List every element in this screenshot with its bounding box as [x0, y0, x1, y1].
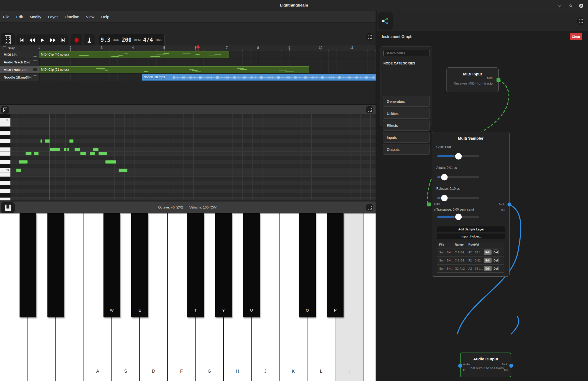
roll-key-D#4[interactable] — [0, 156, 10, 160]
roll-key-A#3[interactable] — [0, 177, 10, 181]
sample-edit-button[interactable]: Edit — [484, 266, 492, 271]
roll-key-A4[interactable] — [0, 131, 10, 135]
track-name-cell[interactable]: Audio Track 2 [A]- — [0, 58, 39, 66]
rewind-button[interactable] — [27, 34, 37, 46]
param-slider[interactable] — [437, 155, 479, 157]
track-name-cell[interactable]: Noodle 18.mp3 [A]- — [0, 74, 39, 81]
track-mute-button[interactable]: - — [33, 68, 37, 72]
audio-in-port[interactable] — [458, 364, 462, 368]
media-library-button[interactable] — [1, 33, 15, 46]
roll-key-C5[interactable]: C5 — [0, 118, 10, 122]
roll-key-C#4[interactable] — [0, 164, 10, 168]
roll-key-B4[interactable] — [0, 122, 10, 127]
roll-key-D4[interactable] — [0, 160, 10, 164]
roll-key-G4[interactable] — [0, 139, 10, 143]
node-multi-sampler[interactable]: Multi Sampler Gain: 1.00Attack: 0.01 ssR… — [432, 132, 510, 277]
minimize-icon[interactable] — [557, 3, 563, 9]
roll-key-F3[interactable] — [0, 198, 10, 200]
category-inputs[interactable]: Inputs — [383, 132, 430, 143]
track-name-cell[interactable]: MIDI 1 [A]- — [0, 51, 39, 58]
roll-key-G3[interactable] — [0, 189, 10, 193]
black-key-W[interactable]: W — [103, 213, 120, 317]
track-mute-button[interactable]: - — [33, 75, 37, 79]
midi-note[interactable] — [105, 160, 116, 164]
black-key[interactable] — [20, 213, 36, 317]
piano-roll[interactable]: C5C4 — [0, 114, 376, 200]
midi-note[interactable] — [50, 148, 60, 151]
midi-note[interactable] — [40, 139, 42, 143]
black-key-T[interactable]: T — [187, 213, 204, 317]
menu-layer[interactable]: Layer — [48, 15, 58, 19]
menu-edit[interactable]: Edit — [16, 15, 23, 19]
midi-note[interactable] — [69, 139, 74, 143]
black-key[interactable] — [47, 213, 64, 317]
black-key-U[interactable]: U — [243, 213, 260, 317]
midi-note[interactable] — [93, 148, 99, 151]
graph-tab-button[interactable] — [378, 13, 393, 29]
track-lane[interactable] — [39, 58, 376, 66]
midi-note[interactable] — [34, 152, 39, 155]
piano-roll-view-button[interactable] — [1, 106, 9, 114]
black-key-Y[interactable]: Y — [215, 213, 232, 317]
black-key-E[interactable]: E — [131, 213, 148, 317]
add-sample-layer-button[interactable]: Add Sample Layer — [437, 227, 505, 232]
clip-midi[interactable]: MIDI Clip (21 notes) — [39, 66, 309, 73]
close-icon[interactable] — [578, 3, 584, 9]
track-lane[interactable]: MIDI Clip (21 notes) — [39, 66, 376, 73]
black-key-P[interactable]: P — [327, 213, 344, 317]
midi-out-port[interactable] — [497, 78, 500, 82]
menu-view[interactable]: View — [86, 15, 94, 19]
skip-to-start-button[interactable] — [16, 34, 27, 46]
menu-help[interactable]: Help — [101, 15, 109, 19]
white-key[interactable] — [363, 213, 376, 381]
track-lane[interactable]: Noodle 18.mp3 — [39, 74, 376, 81]
record-button[interactable] — [71, 34, 82, 46]
roll-key-C#5[interactable] — [0, 114, 10, 118]
menu-modify[interactable]: Modify — [30, 15, 41, 19]
category-generators[interactable]: Generators — [383, 96, 430, 107]
menu-timeline[interactable]: Timeline — [65, 15, 79, 19]
roll-key-F4[interactable] — [0, 147, 10, 152]
category-outputs[interactable]: Outputs — [383, 144, 430, 155]
track-name-cell[interactable]: MIDI Track 2 [A]- — [0, 66, 39, 73]
sample-edit-button[interactable]: Edit — [484, 258, 492, 263]
category-utilities[interactable]: Utilities — [383, 108, 430, 119]
track-lane[interactable]: MIDI Clip (40 notes) — [39, 51, 376, 58]
category-effects[interactable]: Effects — [383, 120, 430, 131]
fast-forward-button[interactable] — [48, 34, 58, 46]
node-midi-input[interactable]: MIDI Input Receives MIDI from track MIDI… — [446, 67, 499, 92]
midi-note[interactable] — [45, 139, 50, 143]
clip-audio[interactable]: Noodle 18.mp3 — [142, 74, 376, 81]
midi-note[interactable] — [26, 152, 32, 155]
timeline-ruler[interactable]: Snap 1234567891011 — [0, 45, 376, 51]
tempo-display[interactable]: 9.3 BAR 200 BPM 4/4 TIME — [99, 34, 164, 46]
clip-midi[interactable]: MIDI Clip (40 notes) — [39, 51, 229, 58]
clear-graph-button[interactable]: Clear — [570, 33, 582, 40]
midi-in-port[interactable] — [427, 203, 431, 206]
param-slider[interactable] — [437, 216, 479, 218]
midi-note[interactable] — [90, 152, 95, 155]
graph-canvas[interactable]: NODE CATEGORIES GeneratorsUtilitiesEffec… — [377, 42, 588, 381]
menu-file[interactable]: File — [3, 15, 9, 19]
slider-knob[interactable] — [441, 174, 448, 181]
roll-key-F#3[interactable] — [0, 193, 10, 198]
sample-del-button[interactable]: Del — [493, 249, 499, 255]
roll-key-B3[interactable] — [0, 172, 10, 177]
roll-key-A#4[interactable] — [0, 127, 10, 131]
roll-key-A3[interactable] — [0, 181, 10, 185]
roll-key-C4[interactable]: C4 — [0, 168, 10, 172]
midi-note[interactable] — [64, 148, 66, 151]
midi-note[interactable] — [67, 148, 69, 151]
sample-del-button[interactable]: Del — [493, 266, 499, 271]
track-mute-button[interactable]: - — [33, 60, 37, 64]
piano-roll-expand-button[interactable] — [366, 106, 373, 113]
skip-to-end-button[interactable] — [58, 34, 69, 46]
piano-roll-playhead[interactable] — [50, 114, 50, 200]
slider-knob[interactable] — [455, 214, 462, 220]
metronome-button[interactable] — [84, 34, 95, 46]
track-mute-button[interactable]: - — [33, 53, 37, 57]
midi-note[interactable] — [119, 169, 127, 172]
roll-key-E4[interactable] — [0, 152, 10, 156]
audio-out-port[interactable] — [509, 364, 513, 368]
import-folder-button[interactable]: Import Folder... — [437, 234, 505, 239]
